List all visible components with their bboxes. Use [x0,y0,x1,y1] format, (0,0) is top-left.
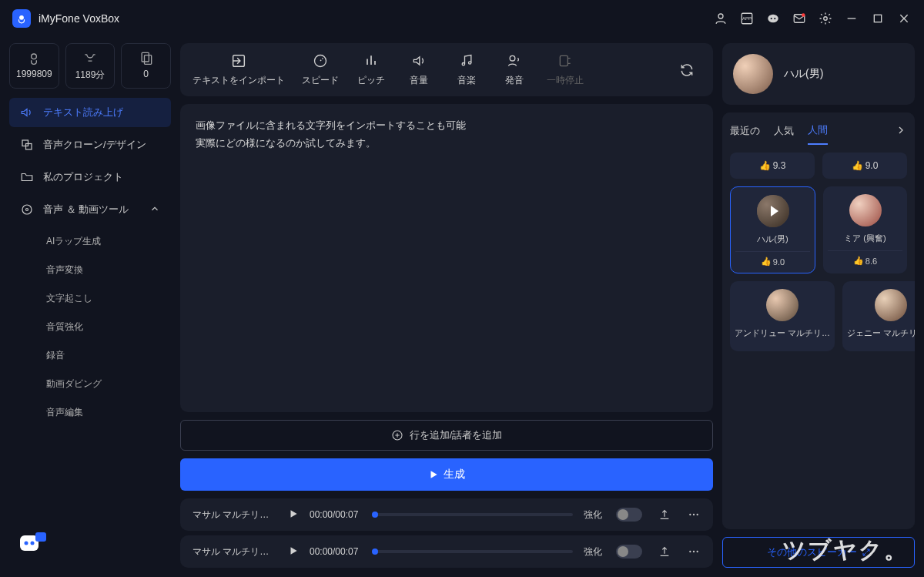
right-panel: ハル(男) 最近の 人気 人間 👍9.3 👍9.0 [722,43,915,568]
thumb-icon: 👍 [759,160,768,171]
mail-icon[interactable] [792,11,807,26]
svg-point-25 [510,55,515,61]
sub-dubbing[interactable]: 動画ダビング [9,370,171,398]
svg-point-23 [462,63,464,65]
plus-circle-icon [391,429,403,441]
svg-point-24 [469,62,471,64]
text-editor[interactable]: 画像ファイルに含まれる文字列をインポートすることも可能 実際にどの様になるのか試… [180,104,713,412]
rating-pill[interactable]: 👍9.3 [730,153,815,179]
svg-rect-37 [35,532,46,542]
speaker-card[interactable]: ジェニー マルチリン… [842,281,915,351]
rating-pill[interactable]: 👍9.0 [822,153,907,179]
close-icon[interactable] [896,11,912,26]
enhance-label: 強化 [584,508,602,522]
svg-point-28 [689,514,691,515]
upload-icon[interactable] [658,545,671,559]
nav-label: 音声 ＆ 動画ツール [43,203,129,216]
nav-my-projects[interactable]: 私のプロジェクト [9,163,171,192]
more-icon[interactable] [687,508,701,522]
svg-point-6 [774,18,775,19]
app-icon[interactable]: APP [739,11,755,26]
pitch-button[interactable]: ピッチ [356,52,387,87]
svg-point-9 [824,17,828,21]
speaker-avatar-play[interactable] [757,195,789,227]
toolbar: テキストをインポート スピード ピッチ 音量 音楽 [180,43,713,96]
sidebar: 1999809 1189分 0 テキスト読み上げ 音声クローン/デザイン [9,43,171,568]
sub-record[interactable]: 録音 [9,341,171,370]
svg-rect-17 [22,140,28,146]
svg-point-14 [32,54,37,59]
tab-recent[interactable]: 最近の [730,118,760,144]
stat-zero[interactable]: 0 [121,43,171,89]
speaker-name: ハル(男) [784,67,823,81]
volume-icon [410,52,427,69]
gear-icon[interactable] [818,11,833,26]
sub-audio-edit[interactable]: 音声編集 [9,398,171,427]
import-text-button[interactable]: テキストをインポート [192,52,285,87]
pronounce-button[interactable]: 発音 [499,52,530,87]
enhance-toggle[interactable] [616,508,642,522]
nav-tts[interactable]: テキスト読み上げ [9,98,171,127]
speaker-tabs: 最近の 人気 人間 [722,112,915,145]
add-row-button[interactable]: 行を追加/話者を追加 [180,420,713,451]
sub-voice-change[interactable]: 音声変換 [9,256,171,284]
nav-label: テキスト読み上げ [43,106,123,119]
track-time: 00:00/00:07 [310,546,358,557]
sub-transcribe[interactable]: 文字起こし [9,284,171,313]
refresh-icon [679,62,695,78]
music-button[interactable]: 音楽 [451,52,482,87]
speaker-avatar [766,289,798,321]
speaker-avatar [875,289,907,321]
svg-text:APP: APP [742,16,752,21]
chevron-right-icon[interactable] [895,124,907,139]
speaker-card[interactable]: ミア (興奮) 👍8.6 [823,186,907,273]
minimize-icon[interactable] [844,11,859,26]
tts-icon [20,106,34,119]
editor-line: 画像ファイルに含まれる文字列をインポートすることも可能 [196,116,698,134]
svg-point-30 [697,514,698,515]
enhance-toggle[interactable] [616,545,642,559]
tab-popular[interactable]: 人気 [774,118,794,144]
discord-icon[interactable] [765,11,781,26]
nav-voice-clone[interactable]: 音声クローン/デザイン [9,130,171,159]
track-name: マサル マルチリンガ… [192,545,277,559]
stat-minutes[interactable]: 1189分 [65,43,116,89]
svg-point-1 [718,14,723,18]
svg-point-32 [693,551,695,552]
play-icon [428,469,439,480]
chatbot-button[interactable] [17,529,48,560]
speaker-avatar [849,194,882,226]
refresh-button[interactable] [673,56,701,84]
thumb-icon: 👍 [852,160,861,171]
speaker-card[interactable]: アンドリュー マルチリ… [730,281,835,351]
sub-enhance[interactable]: 音質強化 [9,313,171,341]
pronounce-icon [506,52,523,69]
svg-point-29 [693,514,695,515]
pause-icon [557,52,574,69]
track-progress[interactable] [375,513,573,516]
sub-ai-rap[interactable]: AIラップ生成 [9,227,171,256]
music-icon [458,52,475,69]
speaker-card-name: アンドリュー マルチリ… [735,327,830,339]
speaker-avatar [733,54,773,94]
stat-characters[interactable]: 1999809 [9,43,59,89]
svg-point-20 [26,209,28,211]
play-icon[interactable] [288,508,299,522]
svg-point-36 [31,542,35,545]
generate-button[interactable]: 生成 [180,458,713,491]
speaker-card-name: ミア (興奮) [828,233,902,244]
more-icon[interactable] [687,545,701,559]
volume-button[interactable]: 音量 [403,52,434,87]
track-time: 00:00/00:07 [310,509,358,520]
maximize-icon[interactable] [870,11,886,26]
track-progress[interactable] [375,550,573,553]
upload-icon[interactable] [658,508,671,522]
nav-av-tools[interactable]: 音声 ＆ 動画ツール [9,195,171,224]
speed-button[interactable]: スピード [302,52,339,87]
play-icon[interactable] [288,545,299,559]
editor-line: 実際にどの様になるのか試してみます。 [196,134,698,152]
svg-rect-18 [26,144,32,150]
tab-human[interactable]: 人間 [808,117,828,145]
user-icon[interactable] [713,11,728,26]
speaker-card[interactable]: ハル(男) 👍9.0 [730,186,815,273]
